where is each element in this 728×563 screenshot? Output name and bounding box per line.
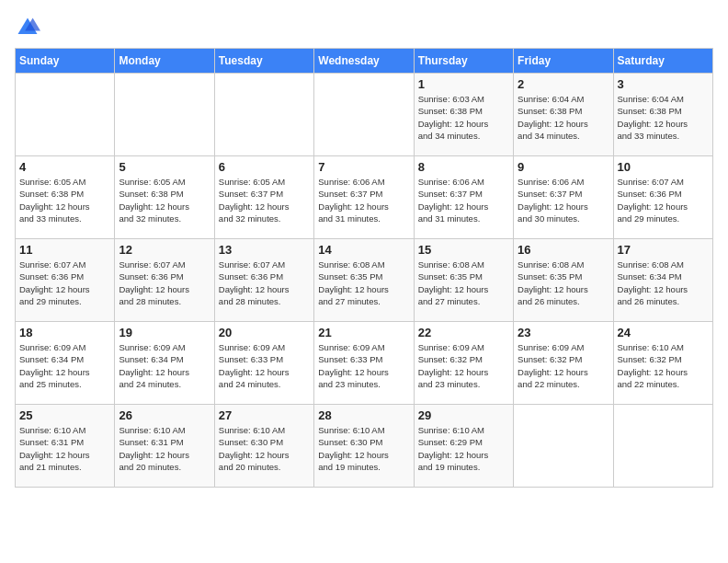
day-info: Sunrise: 6:09 AM Sunset: 6:33 PM Dayligh… [219,341,310,390]
day-number: 16 [518,243,609,257]
day-info: Sunrise: 6:08 AM Sunset: 6:35 PM Dayligh… [418,259,509,307]
calendar-cell: 8Sunrise: 6:06 AM Sunset: 6:37 PM Daylig… [414,156,513,239]
calendar-cell: 23Sunrise: 6:09 AM Sunset: 6:32 PM Dayli… [514,322,613,405]
day-info: Sunrise: 6:08 AM Sunset: 6:34 PM Dayligh… [618,259,709,307]
calendar-cell: 10Sunrise: 6:07 AM Sunset: 6:36 PM Dayli… [613,156,712,239]
day-info: Sunrise: 6:05 AM Sunset: 6:38 PM Dayligh… [19,176,110,224]
calendar-cell: 14Sunrise: 6:08 AM Sunset: 6:35 PM Dayli… [314,239,414,322]
day-number: 11 [19,243,110,257]
calendar-cell: 16Sunrise: 6:08 AM Sunset: 6:35 PM Dayli… [514,239,613,322]
day-of-week-header: Wednesday [314,49,414,74]
day-info: Sunrise: 6:08 AM Sunset: 6:35 PM Dayligh… [518,259,609,307]
day-info: Sunrise: 6:10 AM Sunset: 6:32 PM Dayligh… [618,341,709,390]
day-of-week-header: Thursday [414,49,513,74]
calendar-cell: 1Sunrise: 6:03 AM Sunset: 6:38 PM Daylig… [414,74,513,156]
day-number: 20 [219,326,310,339]
calendar-cell: 26Sunrise: 6:10 AM Sunset: 6:31 PM Dayli… [115,405,214,488]
day-of-week-header: Monday [115,49,214,74]
day-number: 1 [418,77,509,91]
day-of-week-header: Tuesday [214,49,313,74]
day-info: Sunrise: 6:07 AM Sunset: 6:36 PM Dayligh… [119,259,210,307]
page-header [15,15,713,40]
day-number: 13 [219,243,310,257]
day-number: 21 [318,326,409,339]
calendar-cell: 27Sunrise: 6:10 AM Sunset: 6:30 PM Dayli… [214,405,313,488]
day-number: 4 [19,160,110,174]
day-info: Sunrise: 6:06 AM Sunset: 6:37 PM Dayligh… [518,176,609,224]
day-number: 12 [119,243,210,257]
calendar-cell: 6Sunrise: 6:05 AM Sunset: 6:37 PM Daylig… [214,156,313,239]
day-info: Sunrise: 6:05 AM Sunset: 6:38 PM Dayligh… [119,176,210,224]
day-number: 6 [219,160,310,174]
logo [15,15,44,40]
day-info: Sunrise: 6:10 AM Sunset: 6:29 PM Dayligh… [418,424,509,473]
calendar-cell: 11Sunrise: 6:07 AM Sunset: 6:36 PM Dayli… [16,239,115,322]
calendar-cell: 7Sunrise: 6:06 AM Sunset: 6:37 PM Daylig… [314,156,414,239]
day-of-week-header: Sunday [16,49,115,74]
calendar-cell: 25Sunrise: 6:10 AM Sunset: 6:31 PM Dayli… [16,405,115,488]
day-info: Sunrise: 6:09 AM Sunset: 6:32 PM Dayligh… [418,341,509,390]
calendar-cell: 4Sunrise: 6:05 AM Sunset: 6:38 PM Daylig… [16,156,115,239]
day-number: 2 [518,77,609,91]
calendar-cell [314,74,414,156]
logo-icon [15,15,40,40]
day-number: 19 [119,326,210,339]
day-number: 10 [618,160,709,174]
calendar-cell: 18Sunrise: 6:09 AM Sunset: 6:34 PM Dayli… [16,322,115,405]
day-info: Sunrise: 6:09 AM Sunset: 6:34 PM Dayligh… [19,341,110,390]
calendar-cell: 20Sunrise: 6:09 AM Sunset: 6:33 PM Dayli… [214,322,313,405]
day-number: 27 [219,408,310,422]
day-number: 22 [418,326,509,339]
day-info: Sunrise: 6:06 AM Sunset: 6:37 PM Dayligh… [318,176,409,224]
calendar-cell: 21Sunrise: 6:09 AM Sunset: 6:33 PM Dayli… [314,322,414,405]
calendar-cell: 15Sunrise: 6:08 AM Sunset: 6:35 PM Dayli… [414,239,513,322]
day-number: 26 [119,408,210,422]
day-number: 14 [318,243,409,257]
calendar-cell: 24Sunrise: 6:10 AM Sunset: 6:32 PM Dayli… [613,322,712,405]
day-number: 28 [318,408,409,422]
day-info: Sunrise: 6:05 AM Sunset: 6:37 PM Dayligh… [219,176,310,224]
day-info: Sunrise: 6:06 AM Sunset: 6:37 PM Dayligh… [418,176,509,224]
calendar-cell: 3Sunrise: 6:04 AM Sunset: 6:38 PM Daylig… [613,74,712,156]
day-info: Sunrise: 6:07 AM Sunset: 6:36 PM Dayligh… [219,259,310,307]
calendar-table: SundayMondayTuesdayWednesdayThursdayFrid… [15,48,713,488]
day-info: Sunrise: 6:09 AM Sunset: 6:32 PM Dayligh… [518,341,609,390]
calendar-cell: 13Sunrise: 6:07 AM Sunset: 6:36 PM Dayli… [214,239,313,322]
day-number: 24 [618,326,709,339]
day-info: Sunrise: 6:10 AM Sunset: 6:31 PM Dayligh… [19,424,110,473]
day-info: Sunrise: 6:10 AM Sunset: 6:30 PM Dayligh… [318,424,409,473]
day-info: Sunrise: 6:03 AM Sunset: 6:38 PM Dayligh… [418,93,509,142]
calendar-cell: 5Sunrise: 6:05 AM Sunset: 6:38 PM Daylig… [115,156,214,239]
calendar-cell: 17Sunrise: 6:08 AM Sunset: 6:34 PM Dayli… [613,239,712,322]
calendar-cell: 22Sunrise: 6:09 AM Sunset: 6:32 PM Dayli… [414,322,513,405]
day-of-week-header: Saturday [613,49,712,74]
day-number: 23 [518,326,609,339]
day-info: Sunrise: 6:10 AM Sunset: 6:31 PM Dayligh… [119,424,210,473]
day-number: 3 [618,77,709,91]
day-number: 8 [418,160,509,174]
calendar-cell: 12Sunrise: 6:07 AM Sunset: 6:36 PM Dayli… [115,239,214,322]
day-number: 9 [518,160,609,174]
day-info: Sunrise: 6:04 AM Sunset: 6:38 PM Dayligh… [518,93,609,142]
day-number: 18 [19,326,110,339]
day-info: Sunrise: 6:04 AM Sunset: 6:38 PM Dayligh… [618,93,709,142]
calendar-cell [514,405,613,488]
calendar-cell: 2Sunrise: 6:04 AM Sunset: 6:38 PM Daylig… [514,74,613,156]
calendar-cell [115,74,214,156]
day-info: Sunrise: 6:09 AM Sunset: 6:33 PM Dayligh… [318,341,409,390]
day-info: Sunrise: 6:08 AM Sunset: 6:35 PM Dayligh… [318,259,409,307]
day-number: 7 [318,160,409,174]
day-of-week-header: Friday [514,49,613,74]
day-info: Sunrise: 6:07 AM Sunset: 6:36 PM Dayligh… [618,176,709,224]
calendar-cell: 28Sunrise: 6:10 AM Sunset: 6:30 PM Dayli… [314,405,414,488]
day-info: Sunrise: 6:07 AM Sunset: 6:36 PM Dayligh… [19,259,110,307]
day-number: 29 [418,408,509,422]
day-info: Sunrise: 6:10 AM Sunset: 6:30 PM Dayligh… [219,424,310,473]
day-number: 15 [418,243,509,257]
calendar-cell: 19Sunrise: 6:09 AM Sunset: 6:34 PM Dayli… [115,322,214,405]
day-number: 25 [19,408,110,422]
calendar-cell [613,405,712,488]
day-info: Sunrise: 6:09 AM Sunset: 6:34 PM Dayligh… [119,341,210,390]
calendar-cell: 9Sunrise: 6:06 AM Sunset: 6:37 PM Daylig… [514,156,613,239]
calendar-cell: 29Sunrise: 6:10 AM Sunset: 6:29 PM Dayli… [414,405,513,488]
